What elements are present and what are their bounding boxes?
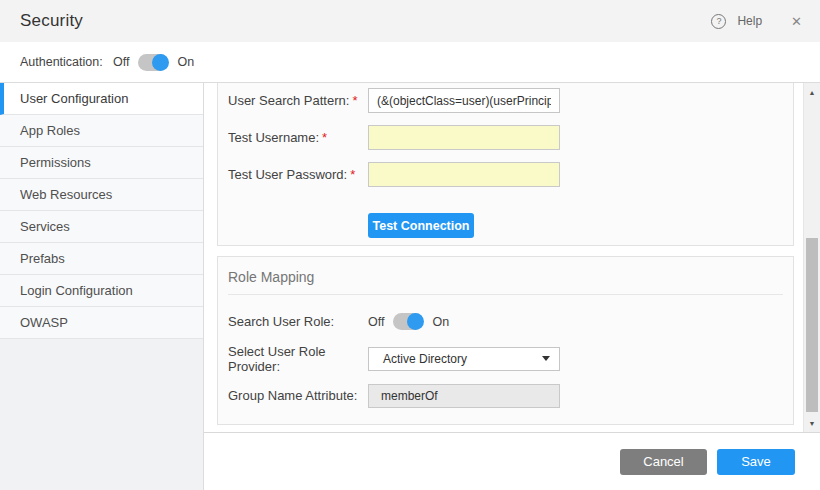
scroll-up-icon[interactable]: ▲ — [804, 85, 820, 99]
help-icon[interactable]: ? — [711, 14, 726, 29]
authentication-off-label: Off — [113, 55, 129, 69]
role-mapping-title: Role Mapping — [218, 257, 793, 285]
search-user-role-off-label: Off — [368, 315, 384, 329]
security-dialog: Security ? Help ✕ Authentication: Off On… — [0, 0, 820, 490]
sidebar-item-services[interactable]: Services — [0, 211, 203, 243]
authentication-row: Authentication: Off On — [0, 42, 820, 83]
dialog-header: Security ? Help ✕ — [0, 0, 820, 42]
required-asterisk: * — [352, 93, 357, 108]
test-user-password-label: Test User Password:* — [228, 167, 368, 182]
scrollbar[interactable]: ▲ ▼ — [803, 83, 820, 432]
toggle-knob — [407, 313, 424, 330]
test-username-input[interactable] — [368, 125, 560, 150]
user-configuration-panel: User Search Pattern:* Test Username:* Te… — [204, 83, 820, 432]
cancel-button[interactable]: Cancel — [620, 449, 707, 475]
search-user-role-toggle[interactable] — [393, 313, 423, 330]
sidebar-item-prefabs[interactable]: Prefabs — [0, 243, 203, 275]
test-connection-button[interactable]: Test Connection — [368, 213, 474, 238]
search-user-role-label: Search User Role: — [228, 314, 368, 329]
connection-settings-box: User Search Pattern:* Test Username:* Te… — [217, 83, 794, 246]
settings-sidebar: User Configuration App Roles Permissions… — [0, 83, 204, 490]
authentication-on-label: On — [177, 55, 194, 69]
page-title: Security — [20, 11, 83, 31]
scroll-down-icon[interactable]: ▼ — [804, 416, 820, 430]
user-search-pattern-input[interactable] — [368, 88, 560, 113]
toggle-knob — [152, 54, 169, 71]
required-asterisk: * — [322, 130, 327, 145]
close-icon[interactable]: ✕ — [791, 14, 802, 29]
role-mapping-box: Role Mapping Search User Role: Off On — [217, 256, 794, 425]
group-name-attribute-label: Group Name Attribute: — [228, 388, 368, 403]
group-name-attribute-input: memberOf — [368, 384, 560, 408]
scrollbar-thumb[interactable] — [806, 238, 818, 412]
sidebar-item-login-configuration[interactable]: Login Configuration — [0, 275, 203, 307]
sidebar-item-permissions[interactable]: Permissions — [0, 147, 203, 179]
sidebar-item-web-resources[interactable]: Web Resources — [0, 179, 203, 211]
required-asterisk: * — [350, 167, 355, 182]
selected-provider: Active Directory — [383, 352, 467, 366]
sidebar-item-app-roles[interactable]: App Roles — [0, 115, 203, 147]
help-link[interactable]: Help — [737, 14, 762, 28]
test-username-label: Test Username:* — [228, 130, 368, 145]
chevron-down-icon — [542, 356, 550, 361]
test-user-password-input[interactable] — [368, 162, 560, 187]
user-search-pattern-label: User Search Pattern:* — [228, 93, 368, 108]
dialog-footer: Cancel Save — [204, 432, 820, 490]
user-role-provider-select[interactable]: Active Directory — [368, 347, 560, 371]
authentication-toggle[interactable] — [138, 54, 168, 71]
sidebar-item-user-configuration[interactable]: User Configuration — [0, 83, 203, 115]
authentication-label: Authentication: — [20, 55, 113, 69]
select-user-role-provider-label: Select User Role Provider: — [228, 344, 368, 374]
save-button[interactable]: Save — [717, 449, 795, 475]
search-user-role-on-label: On — [432, 315, 449, 329]
sidebar-item-owasp[interactable]: OWASP — [0, 307, 203, 339]
